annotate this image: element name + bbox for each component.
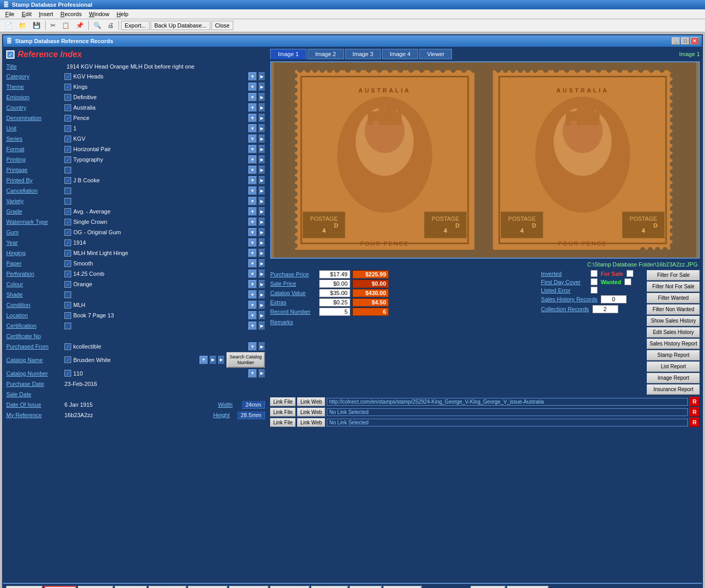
scroll-watermark[interactable]: ▶ — [259, 218, 265, 226]
label-certification[interactable]: Certification — [6, 323, 62, 329]
scroll-series[interactable]: ▶ — [259, 135, 265, 143]
btn-filter-non-wanted[interactable]: Filter Non Wanted — [647, 304, 700, 315]
win-close[interactable]: ✕ — [690, 37, 699, 45]
label-perforation[interactable]: Perforation — [6, 271, 62, 277]
tb-export[interactable]: Export... — [121, 21, 150, 30]
scroll-printage[interactable]: ▶ — [259, 166, 265, 174]
label-listed-error[interactable]: Listed Error — [541, 287, 588, 293]
cb-location[interactable]: ✓ — [64, 312, 71, 319]
label-series[interactable]: Series — [6, 136, 62, 142]
label-unit[interactable]: Unit — [6, 125, 62, 131]
label-sale-price[interactable]: Sale Price — [270, 280, 317, 287]
cb-printing[interactable]: ✓ — [64, 156, 71, 163]
cb-perforation[interactable]: ✓ — [64, 271, 71, 277]
dd-catalog-name[interactable]: ▼ — [199, 356, 208, 364]
scroll-denomination[interactable]: ▶ — [259, 114, 265, 122]
dd-watermark[interactable]: ▼ — [248, 218, 257, 226]
scroll-perforation[interactable]: ▶ — [259, 270, 265, 278]
label-my-reference[interactable]: My Reference — [6, 412, 62, 418]
cb-country[interactable]: ✓ — [64, 104, 71, 111]
scroll-hinging[interactable]: ▶ — [259, 249, 265, 257]
scroll-cancellation[interactable]: ▶ — [259, 186, 265, 195]
label-purchase-date[interactable]: Purchase Date — [6, 381, 62, 387]
link-web-btn-2[interactable]: Link Web — [297, 408, 325, 417]
dd-variety[interactable]: ▼ — [248, 197, 257, 205]
cb-condition[interactable]: ✓ — [64, 302, 71, 309]
dd-cancellation[interactable]: ▼ — [248, 186, 257, 195]
btn-delete-record[interactable]: DeleteRecord — [350, 586, 382, 588]
btn-show-sales-history[interactable]: Show Sales History — [647, 316, 700, 326]
label-sale-date[interactable]: Sale Date — [6, 391, 62, 397]
tab-viewer[interactable]: Viewer — [419, 49, 452, 59]
menu-window[interactable]: Window — [86, 10, 112, 18]
btn-remove-filter-sort[interactable]: RemoveFilter/Sort — [270, 586, 310, 588]
scroll-country[interactable]: ▶ — [259, 103, 265, 112]
label-cancellation[interactable]: Cancellation — [6, 188, 62, 194]
scroll-format[interactable]: ▶ — [259, 145, 265, 153]
scroll-theme[interactable]: ▶ — [259, 83, 265, 91]
label-location[interactable]: Location — [6, 312, 62, 318]
chk-listed-error[interactable] — [591, 287, 597, 293]
scroll-variety[interactable]: ▶ — [259, 197, 265, 205]
dd-paper[interactable]: ▼ — [248, 259, 257, 268]
cb-gum[interactable]: ✓ — [64, 229, 71, 236]
cb-colour[interactable]: ✓ — [64, 281, 71, 288]
chk-for-sale[interactable] — [627, 270, 633, 277]
chk-inverted[interactable] — [591, 270, 597, 277]
cb-printage[interactable] — [64, 167, 71, 173]
tb-find[interactable]: 🔍 — [91, 20, 104, 31]
dd-catalog-number[interactable]: ▼ — [248, 369, 257, 378]
scroll-colour[interactable]: ▶ — [259, 280, 265, 288]
scroll-condition[interactable]: ▶ — [259, 301, 265, 309]
link-r-btn-1[interactable]: R — [689, 397, 700, 406]
label-catalog-value[interactable]: Catalog Value — [270, 290, 317, 296]
scroll-catalog-name2[interactable]: ▶ — [218, 356, 224, 364]
label-denomination[interactable]: Denomination — [6, 115, 62, 121]
dd-condition[interactable]: ▼ — [248, 301, 257, 309]
label-purchased-from[interactable]: Purchased From — [6, 343, 62, 350]
tab-image2[interactable]: Image 2 — [308, 49, 344, 59]
tb-print[interactable]: 🖨 — [105, 20, 116, 31]
cb-year[interactable]: ✓ — [64, 239, 71, 246]
dd-series[interactable]: ▼ — [248, 135, 257, 143]
cb-cancellation[interactable] — [64, 188, 71, 194]
cb-category[interactable]: ✓ — [64, 73, 71, 80]
label-purchase-price[interactable]: Purchase Price — [270, 271, 317, 277]
chk-first-day[interactable] — [591, 278, 597, 285]
cb-grade[interactable]: ✓ — [64, 208, 71, 215]
btn-apply-filter-sort[interactable]: ApplyFilter/Sort — [229, 586, 269, 588]
btn-duplicate-record[interactable]: DuplicateRecord — [383, 586, 422, 588]
dd-unit[interactable]: ▼ — [248, 124, 257, 132]
scroll-emission[interactable]: ▶ — [259, 93, 265, 101]
cb-format[interactable]: ✓ — [64, 146, 71, 153]
label-width[interactable]: Width — [218, 402, 238, 408]
btn-add-new-record[interactable]: Add NewRecord — [311, 586, 348, 588]
tb-cut[interactable]: ✂ — [48, 20, 58, 31]
dd-location[interactable]: ▼ — [248, 311, 257, 319]
label-category[interactable]: Category — [6, 73, 62, 79]
cb-printed-by[interactable]: ✓ — [64, 177, 71, 184]
label-catalog-number[interactable]: Catalog Number — [6, 370, 62, 377]
link-file-btn-1[interactable]: Link File — [270, 397, 296, 406]
label-colour[interactable]: Colour — [6, 281, 62, 287]
btn-find-record[interactable]: FindRecord — [115, 586, 147, 588]
btn-previous-record[interactable]: PreviousRecord — [6, 586, 43, 588]
label-grade[interactable]: Grade — [6, 208, 62, 215]
cb-unit[interactable]: ✓ — [64, 125, 71, 132]
scroll-paper[interactable]: ▶ — [259, 259, 265, 268]
label-first-day-cover[interactable]: First Day Cover — [541, 279, 588, 285]
tab-image3[interactable]: Image 3 — [345, 49, 381, 59]
link-file-btn-2[interactable]: Link File — [270, 408, 296, 417]
dd-certification[interactable]: ▼ — [248, 322, 257, 330]
label-hinging[interactable]: Hinging — [6, 250, 62, 256]
remarks-label[interactable]: Remarks — [270, 319, 539, 325]
scroll-printing[interactable]: ▶ — [259, 155, 265, 164]
btn-filter-not-for-sale[interactable]: Filter Not For Sale — [647, 282, 700, 292]
cb-hinging[interactable]: ✓ — [64, 250, 71, 257]
tb-close[interactable]: Close — [211, 21, 233, 30]
btn-edit-sales-history[interactable]: Edit Sales History — [647, 327, 700, 338]
cb-denomination[interactable]: ✓ — [64, 115, 71, 122]
dd-grade[interactable]: ▼ — [248, 207, 257, 216]
menu-insert[interactable]: Insert — [36, 10, 57, 18]
cb-shade[interactable] — [64, 291, 71, 298]
